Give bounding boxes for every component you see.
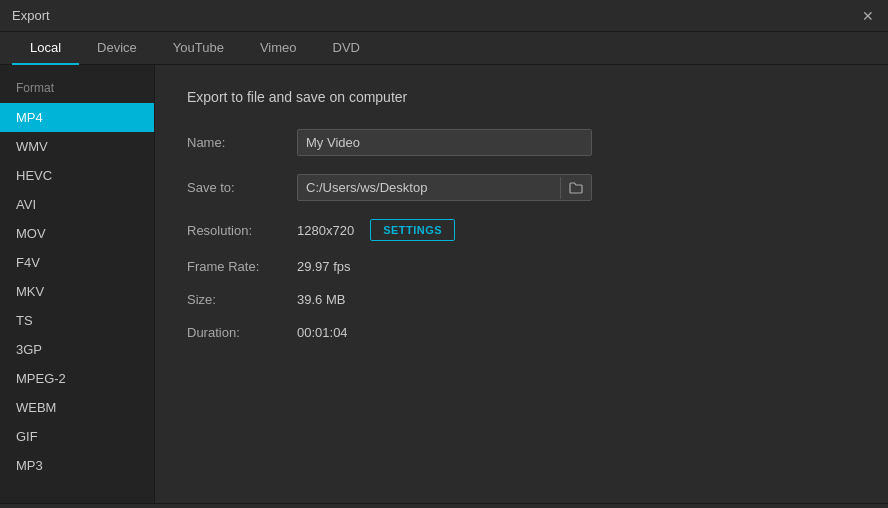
save-to-field-row: Save to: C:/Users/ws/Desktop [187, 174, 856, 201]
sidebar-item-avi[interactable]: AVI [0, 190, 154, 219]
settings-button[interactable]: SETTINGS [370, 219, 455, 241]
save-to-path: C:/Users/ws/Desktop [298, 175, 560, 200]
sidebar-item-3gp[interactable]: 3GP [0, 335, 154, 364]
tab-device[interactable]: Device [79, 32, 155, 65]
main-content: Format MP4 WMV HEVC AVI MOV F4V MKV TS 3… [0, 65, 888, 503]
content-area: Export to file and save on computer Name… [155, 65, 888, 503]
close-button[interactable]: ✕ [860, 8, 876, 24]
sidebar-item-f4v[interactable]: F4V [0, 248, 154, 277]
framerate-label: Frame Rate: [187, 259, 297, 274]
resolution-field-row: Resolution: 1280x720 SETTINGS [187, 219, 856, 241]
resolution-value: 1280x720 [297, 223, 354, 238]
sidebar-item-mpeg2[interactable]: MPEG-2 [0, 364, 154, 393]
sidebar-item-gif[interactable]: GIF [0, 422, 154, 451]
browse-folder-button[interactable] [560, 177, 591, 199]
duration-field-row: Duration: 00:01:04 [187, 325, 856, 340]
tab-youtube[interactable]: YouTube [155, 32, 242, 65]
folder-icon [569, 182, 583, 194]
resolution-label: Resolution: [187, 223, 297, 238]
dialog-title: Export [12, 8, 50, 23]
name-field-row: Name: [187, 129, 856, 156]
framerate-field-row: Frame Rate: 29.97 fps [187, 259, 856, 274]
tab-dvd[interactable]: DVD [315, 32, 378, 65]
tab-local[interactable]: Local [12, 32, 79, 65]
title-bar: Export ✕ [0, 0, 888, 32]
size-value: 39.6 MB [297, 292, 345, 307]
save-to-label: Save to: [187, 180, 297, 195]
sidebar-item-ts[interactable]: TS [0, 306, 154, 335]
export-bar: EXPORT [0, 503, 888, 508]
sidebar-item-mov[interactable]: MOV [0, 219, 154, 248]
format-section-label: Format [0, 77, 154, 103]
sidebar-item-mp4[interactable]: MP4 [0, 103, 154, 132]
sidebar-item-hevc[interactable]: HEVC [0, 161, 154, 190]
duration-label: Duration: [187, 325, 297, 340]
sidebar-item-mp3[interactable]: MP3 [0, 451, 154, 480]
name-label: Name: [187, 135, 297, 150]
sidebar: Format MP4 WMV HEVC AVI MOV F4V MKV TS 3… [0, 65, 155, 503]
tab-bar: Local Device YouTube Vimeo DVD [0, 32, 888, 65]
size-field-row: Size: 39.6 MB [187, 292, 856, 307]
sidebar-item-wmv[interactable]: WMV [0, 132, 154, 161]
sidebar-item-webm[interactable]: WEBM [0, 393, 154, 422]
duration-value: 00:01:04 [297, 325, 348, 340]
tab-vimeo[interactable]: Vimeo [242, 32, 315, 65]
size-label: Size: [187, 292, 297, 307]
name-input[interactable] [297, 129, 592, 156]
framerate-value: 29.97 fps [297, 259, 351, 274]
save-to-container: C:/Users/ws/Desktop [297, 174, 592, 201]
content-title: Export to file and save on computer [187, 89, 856, 105]
sidebar-item-mkv[interactable]: MKV [0, 277, 154, 306]
